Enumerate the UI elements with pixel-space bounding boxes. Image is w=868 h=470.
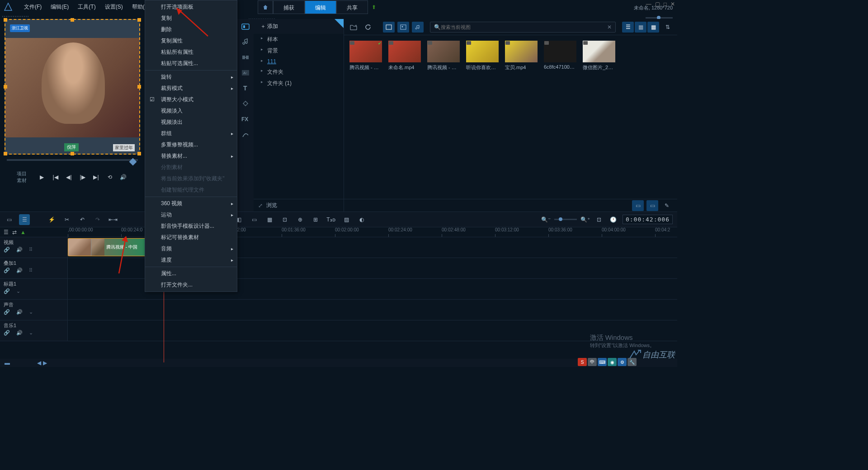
- link-icon[interactable]: 🔗: [4, 330, 10, 336]
- track-header[interactable]: 标题1 🔗⌄: [0, 279, 68, 299]
- mute-icon[interactable]: 🔊: [16, 330, 23, 336]
- expand-browse-icon[interactable]: ⤢: [258, 202, 263, 209]
- home-tab-button[interactable]: [258, 0, 273, 14]
- redo-icon[interactable]: ↷: [92, 214, 103, 225]
- fit-timeline-icon[interactable]: ⊡: [594, 214, 604, 225]
- ctx-rotate[interactable]: 旋转: [145, 71, 237, 83]
- media-thumbnail[interactable]: 宝贝.mp4: [505, 41, 538, 71]
- collapse-icon[interactable]: ⌄: [29, 330, 33, 336]
- mute-icon[interactable]: 🔊: [16, 309, 23, 315]
- audio-icon[interactable]: [240, 37, 251, 47]
- menu-file[interactable]: 文件(F): [19, 3, 46, 11]
- thumb-size-slider-top[interactable]: [646, 17, 673, 19]
- ctx-audio[interactable]: 音频: [145, 243, 237, 254]
- multicam-icon[interactable]: ⊞: [310, 214, 321, 225]
- ctx-fadein[interactable]: 视频淡入: [145, 105, 237, 117]
- go-start-button[interactable]: |◀: [51, 172, 61, 182]
- ime-zhong-icon[interactable]: 中: [588, 358, 597, 366]
- go-end-button[interactable]: ▶|: [91, 172, 101, 182]
- search-box[interactable]: 🔍 ✕: [430, 22, 616, 33]
- track-header[interactable]: 视频 🔗🔊⠿: [0, 237, 68, 258]
- collapse-icon[interactable]: ⌄: [29, 309, 33, 315]
- effects-icon[interactable]: [240, 98, 251, 109]
- view-detail-icon[interactable]: ▦: [635, 22, 646, 33]
- ctx-paste-all[interactable]: 粘贴所有属性: [145, 47, 237, 58]
- text-icon[interactable]: T: [240, 83, 251, 94]
- refresh-icon[interactable]: [362, 22, 374, 33]
- track-content[interactable]: [68, 300, 677, 320]
- track-header[interactable]: 叠加1 🔗🔊⠿: [0, 258, 68, 278]
- scroll-right-icon[interactable]: ▶: [43, 360, 47, 366]
- import-folder-icon[interactable]: +: [348, 22, 359, 33]
- zoom-in-icon[interactable]: 🔍⁺: [580, 216, 590, 223]
- ctx-open-folder[interactable]: 打开文件夹...: [145, 279, 237, 291]
- step-fwd-button[interactable]: |▶: [78, 172, 88, 182]
- filter-video-icon[interactable]: [383, 22, 395, 33]
- marker-icon[interactable]: ⇤⇥: [108, 214, 118, 225]
- tab-share[interactable]: 共享: [336, 0, 368, 14]
- menu-edit[interactable]: 编辑(E): [46, 3, 73, 11]
- link-icon[interactable]: 🔗: [4, 268, 10, 273]
- path-icon[interactable]: [240, 129, 251, 140]
- media-thumbnail[interactable]: 6c8fc471002dd...: [544, 41, 576, 71]
- tree-111[interactable]: 111: [254, 56, 344, 66]
- media-thumbnail[interactable]: 微信图片_2023...: [583, 41, 615, 71]
- menu-tools[interactable]: 工具(T): [73, 3, 100, 11]
- media-thumbnail[interactable]: 听说你喜欢我 ...: [466, 41, 499, 71]
- ctx-speed[interactable]: 速度: [145, 254, 237, 266]
- volume-button[interactable]: 🔊: [118, 172, 128, 182]
- track-header[interactable]: 声音 🔗🔊⌄: [0, 300, 68, 320]
- ctx-multitrim[interactable]: 多重修整视频...: [145, 139, 237, 150]
- ctx-motion[interactable]: 运动: [145, 209, 237, 221]
- lock-icon[interactable]: ⠿: [29, 268, 33, 273]
- tree-sample[interactable]: 样本: [254, 34, 344, 45]
- convert-icon[interactable]: ⇄: [12, 229, 17, 235]
- ctx-paste-opt[interactable]: 粘贴可选属性...: [145, 58, 237, 69]
- ime-sogou-icon[interactable]: S: [578, 358, 587, 366]
- scroll-left-icon[interactable]: ◀: [37, 360, 41, 366]
- tab-edit[interactable]: 编辑: [305, 0, 336, 14]
- timeline-ruler[interactable]: ☰ ⇄ ▲ ,00:00:00:00 00:00:24:0 01:12:00 0…: [0, 227, 677, 237]
- media-thumbnail[interactable]: ✔腾讯视频 - 中国...: [349, 41, 382, 71]
- collapse-icon[interactable]: ⌄: [16, 288, 20, 294]
- mute-icon[interactable]: 🔊: [16, 247, 23, 253]
- ctx-resize[interactable]: ☑调整大小模式: [145, 94, 237, 105]
- 3d-text-icon[interactable]: T₃ᴅ: [326, 214, 336, 225]
- title-icon[interactable]: A▫: [240, 67, 251, 78]
- link-icon[interactable]: 🔗: [4, 309, 10, 315]
- clear-search-icon[interactable]: ✕: [607, 24, 612, 30]
- filter-photo-icon[interactable]: [397, 22, 409, 33]
- filter-audio-icon[interactable]: [412, 22, 424, 33]
- chapter-icon[interactable]: ▦: [264, 214, 275, 225]
- bottom-expand-icon[interactable]: ▬: [5, 360, 10, 366]
- timecode-icon[interactable]: 🕐: [608, 214, 619, 225]
- undo-icon[interactable]: ↶: [77, 214, 88, 225]
- media-icon[interactable]: [240, 21, 251, 32]
- subtitle-icon[interactable]: ⊡: [279, 214, 290, 225]
- ctx-fadeout[interactable]: 视频淡出: [145, 117, 237, 128]
- timeline-view-icon[interactable]: ☰: [19, 214, 30, 225]
- scrub-slider[interactable]: [7, 159, 138, 168]
- search-input[interactable]: [441, 24, 607, 30]
- mute-icon[interactable]: 🔊: [16, 268, 23, 273]
- track-content[interactable]: [68, 320, 677, 341]
- sort-icon[interactable]: ⇅: [662, 22, 674, 33]
- bolt-icon[interactable]: ⚡: [46, 214, 57, 225]
- add-media-button[interactable]: ＋ 添加: [254, 19, 344, 34]
- link-icon[interactable]: 🔗: [4, 288, 10, 294]
- step-back-button[interactable]: ◀|: [64, 172, 74, 182]
- zoom-out-icon[interactable]: 🔍⁻: [541, 216, 551, 223]
- timecode-display[interactable]: 0:00:42:006: [623, 215, 673, 224]
- tree-background[interactable]: 背景: [254, 45, 344, 56]
- fx-icon[interactable]: FX: [240, 113, 251, 124]
- motion-track-icon[interactable]: ⊕: [295, 214, 306, 225]
- lock-icon[interactable]: ⠿: [29, 247, 33, 253]
- video-clip[interactable]: 腾讯视频 - 中国: [68, 238, 147, 256]
- tree-folder[interactable]: 文件夹: [254, 66, 344, 78]
- storyboard-view-icon[interactable]: ▭: [4, 214, 14, 225]
- track-manager-icon[interactable]: ☰: [4, 229, 9, 235]
- preview-viewport[interactable]: 浙江卫视 倪萍 家里过年: [5, 19, 140, 155]
- tree-folder-count[interactable]: 文件夹 (1): [254, 78, 344, 89]
- media-thumbnail[interactable]: 腾讯视频 - 中国...: [427, 41, 460, 71]
- auto-music-icon[interactable]: ▭: [249, 214, 259, 225]
